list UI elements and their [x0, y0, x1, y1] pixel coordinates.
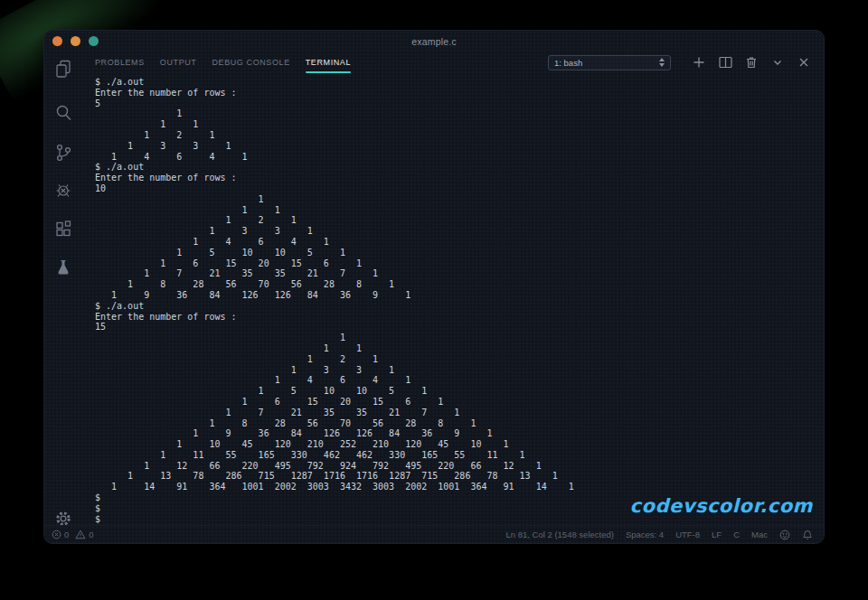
terminal-output[interactable]: $ ./a.outEnter the number of rows :5 1 1…: [82, 74, 824, 525]
terminal-line: 1 9 36 84 126 126 84 36 9 1: [95, 290, 824, 301]
kill-terminal-button[interactable]: [744, 55, 759, 70]
terminal-line: 1 8 28 56 70 56 28 8 1: [95, 418, 824, 429]
terminal-line: 1 13 78 286 715 1287 1716 1716 1287 715 …: [95, 471, 824, 482]
eol-status[interactable]: LF: [712, 530, 722, 539]
tab-debug-console[interactable]: DEBUG CONSOLE: [212, 58, 289, 69]
terminal-line: Enter the number of rows :: [95, 173, 824, 183]
terminal-line: 1 9 36 84 126 126 84 36 9 1: [95, 428, 824, 439]
window-title: example.c: [44, 31, 824, 51]
terminal-line: $ ./a.out: [95, 301, 824, 312]
terminal-line: $ ./a.out: [95, 162, 824, 173]
maximize-panel-button[interactable]: [770, 55, 785, 70]
bell-icon: [802, 530, 813, 540]
split-terminal-button[interactable]: [718, 55, 732, 70]
panel-actions: 1: bash: [548, 51, 811, 74]
terminal-line: 1 4 6 4 1: [95, 237, 824, 248]
sidebar-item-source-control[interactable]: [53, 143, 73, 163]
error-icon: [52, 530, 61, 539]
shell-select-value: 1: bash: [554, 58, 582, 68]
search-icon: [53, 103, 73, 123]
terminal-line: 1 3 3 1: [95, 226, 824, 237]
terminal-line: 1 3 3 1: [95, 365, 824, 376]
select-updown-icon: [659, 58, 665, 67]
terminal-line: 15: [95, 322, 824, 333]
sidebar-item-debug[interactable]: [53, 180, 73, 200]
git-branch-icon: [53, 143, 73, 163]
terminal-line: 1 1: [95, 343, 824, 354]
bug-icon: [53, 180, 73, 200]
terminal-line: 1 5 10 10 5 1: [95, 386, 824, 397]
terminal-line: 5: [95, 98, 824, 109]
new-terminal-button[interactable]: [692, 55, 706, 70]
indentation-status[interactable]: Spaces: 4: [626, 530, 664, 539]
terminal-line: 1 4 6 4 1: [95, 375, 824, 386]
plus-icon: [693, 56, 705, 69]
close-icon: [798, 57, 809, 68]
terminal-line: 1 1: [95, 205, 824, 216]
sidebar-item-test-flask[interactable]: [53, 258, 73, 277]
terminal-line: 1 4 6 4 1: [95, 152, 824, 163]
sidebar-item-search[interactable]: [53, 103, 73, 123]
terminal-shell-select[interactable]: 1: bash: [548, 55, 671, 70]
flask-icon: [53, 258, 73, 277]
status-bar: 0 0 Ln 81, Col 2 (1548 selected) Spaces:…: [44, 525, 824, 543]
split-pane-icon: [719, 56, 732, 69]
terminal-line: 1: [95, 194, 824, 205]
terminal-line: 10: [95, 183, 824, 194]
terminal-line: 1 8 28 56 70 56 28 8 1: [95, 279, 824, 290]
tab-output[interactable]: OUTPUT: [160, 58, 197, 69]
files-icon: [53, 59, 73, 79]
tab-terminal[interactable]: TERMINAL: [306, 58, 351, 69]
terminal-line: 1 1: [95, 119, 824, 130]
terminal-line: 1: [95, 333, 824, 343]
terminal-line: 1: [95, 108, 824, 119]
terminal-line: 1 2 1: [95, 215, 824, 226]
smiley-icon: [779, 530, 790, 540]
terminal-line: 1 7 21 35 35 21 7 1: [95, 408, 824, 418]
warning-icon: [75, 530, 86, 539]
terminal-line: 1 2 1: [95, 354, 824, 365]
terminal-line: Enter the number of rows :: [95, 312, 824, 323]
terminal-line: 1 11 55 165 330 462 462 330 165 55 11 1: [95, 450, 824, 461]
encoding-status[interactable]: UTF-8: [675, 530, 700, 539]
trash-icon: [745, 56, 758, 69]
terminal-line: 1 12 66 220 495 792 924 792 495 220 66 1…: [95, 461, 824, 472]
desktop: example.c PROBLEMS OUTPUT DEBUG CONSOLE …: [0, 0, 868, 600]
language-mode-status[interactable]: C: [733, 530, 740, 539]
tab-problems[interactable]: PROBLEMS: [95, 58, 145, 69]
terminal-line: 1 6 15 20 15 6 1: [95, 258, 824, 269]
terminal-line: $ ./a.out: [95, 77, 824, 88]
sidebar-item-explorer[interactable]: [53, 59, 73, 79]
keybinding-status[interactable]: Mac: [751, 530, 768, 539]
terminal-line: 1 7 21 35 35 21 7 1: [95, 268, 824, 279]
terminal-line: Enter the number of rows :: [95, 88, 824, 98]
extensions-icon: [53, 219, 73, 239]
watermark: codevscolor.com: [630, 495, 813, 517]
notifications-button[interactable]: [802, 530, 813, 540]
activity-bar: [44, 51, 82, 525]
terminal-line: 1 6 15 20 15 6 1: [95, 397, 824, 408]
vscode-window: example.c PROBLEMS OUTPUT DEBUG CONSOLE …: [43, 30, 825, 544]
problems-status[interactable]: 0 0: [52, 530, 94, 539]
terminal-line: 1 5 10 10 5 1: [95, 248, 824, 258]
feedback-button[interactable]: [779, 530, 790, 540]
close-panel-button[interactable]: [797, 55, 811, 70]
sidebar-item-extensions[interactable]: [53, 219, 73, 239]
cursor-position-status[interactable]: Ln 81, Col 2 (1548 selected): [506, 530, 614, 539]
terminal-line: 1 14 91 364 1001 2002 3003 3432 3003 200…: [95, 482, 824, 492]
terminal-line: 1 2 1: [95, 130, 824, 141]
terminal-line: 1 3 3 1: [95, 141, 824, 152]
chevron-down-icon: [772, 57, 783, 68]
terminal-line: 1 10 45 120 210 252 210 120 45 10 1: [95, 439, 824, 450]
title-bar[interactable]: example.c: [44, 31, 824, 51]
